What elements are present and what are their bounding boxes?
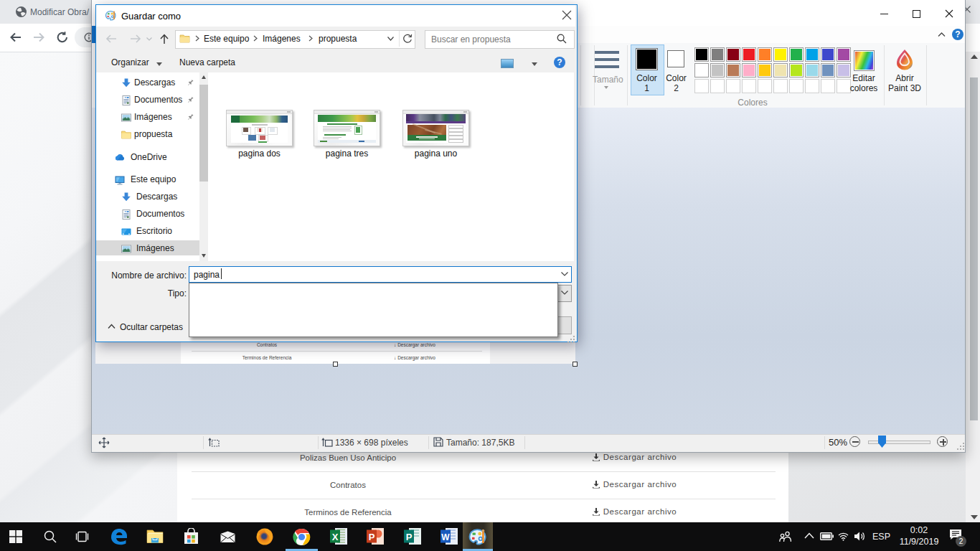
svg-text:P: P bbox=[406, 532, 413, 542]
svg-text:W: W bbox=[441, 532, 450, 542]
svg-text:X: X bbox=[332, 532, 339, 542]
svg-text:P: P bbox=[369, 532, 375, 542]
